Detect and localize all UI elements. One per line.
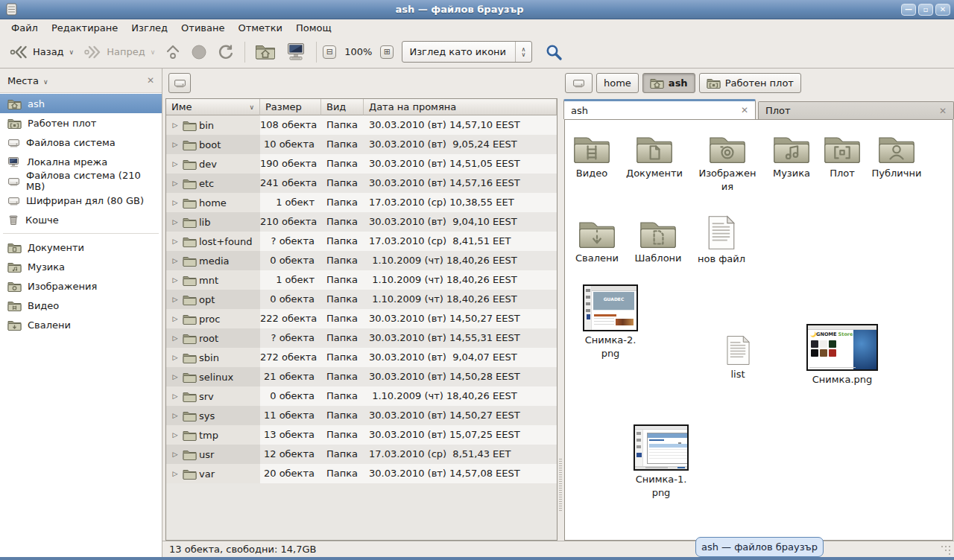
expander-icon[interactable]: ▷ bbox=[170, 451, 180, 458]
icon-item-snimka1[interactable]: Снимка-1.png bbox=[634, 424, 689, 500]
icon-item-templates[interactable]: Шаблони bbox=[627, 218, 689, 265]
table-row-lost+found[interactable]: ▷lost+found? обектаПапка17.03.2010 (ср) … bbox=[166, 232, 557, 251]
sidebar-item-trash[interactable]: Кошче bbox=[0, 210, 162, 229]
back-button[interactable]: Назад ∨ bbox=[6, 41, 78, 63]
icon-item-snimka[interactable]: 🌙​GNOME StoreСнимка.png bbox=[806, 324, 878, 386]
expander-icon[interactable]: ▷ bbox=[170, 373, 180, 381]
table-row-root[interactable]: ▷root? обектаПапка30.03.2010 (вт) 14,55,… bbox=[166, 328, 557, 348]
table-row-selinux[interactable]: ▷selinux21 обектаПапка30.03.2010 (вт) 14… bbox=[166, 367, 557, 386]
zoom-in-button[interactable]: ⊞ bbox=[380, 45, 394, 59]
home-button[interactable] bbox=[251, 39, 279, 64]
view-mode-dropdown[interactable]: Изглед като икони ∧∨ bbox=[402, 41, 532, 63]
table-row-boot[interactable]: ▷boot10 обектаПапка30.03.2010 (вт) 9,05,… bbox=[166, 135, 557, 154]
menu-1[interactable]: Файл bbox=[4, 21, 45, 35]
computer-button[interactable] bbox=[282, 39, 310, 66]
pane-splitter[interactable] bbox=[557, 69, 563, 541]
column-header-4[interactable]: Дата на промяна bbox=[364, 99, 557, 115]
sidebar-close-icon[interactable]: ✕ bbox=[147, 75, 154, 86]
expander-icon[interactable]: ▷ bbox=[170, 141, 180, 148]
table-row-srv[interactable]: ▷srv0 обектаПапка 1.10.2009 (чт) 18,40,2… bbox=[166, 386, 557, 406]
expander-icon[interactable]: ▷ bbox=[170, 218, 180, 226]
expander-icon[interactable]: ▷ bbox=[170, 334, 180, 342]
table-row-home[interactable]: ▷home1 обектПапка17.03.2010 (ср) 10,38,5… bbox=[166, 193, 557, 212]
column-header-3[interactable]: Вид bbox=[321, 99, 364, 115]
table-row-usr[interactable]: ▷usr12 обектаПапка17.03.2010 (ср) 8,51,4… bbox=[166, 445, 557, 464]
icon-item-pictures[interactable]: Изображения bbox=[696, 133, 759, 194]
menu-6[interactable]: Помощ bbox=[289, 21, 338, 35]
sidebar-item-desktop[interactable]: Работен плот bbox=[0, 113, 162, 133]
sidebar-item-ash[interactable]: ash bbox=[0, 94, 162, 113]
menu-2[interactable]: Редактиране bbox=[45, 21, 124, 35]
icon-item-public[interactable]: Публични bbox=[865, 133, 928, 180]
sidebar-item-video[interactable]: Видео bbox=[0, 296, 162, 315]
expander-icon[interactable]: ▷ bbox=[170, 470, 180, 477]
icon-item-snimka2[interactable]: GUADECСнимка-2.png bbox=[583, 284, 638, 360]
column-header-1[interactable]: Име∨ bbox=[166, 99, 260, 115]
tab-close-icon[interactable]: ✕ bbox=[741, 105, 748, 115]
tab-close-icon[interactable]: ✕ bbox=[939, 106, 947, 116]
table-row-proc[interactable]: ▷proc222 обектаПапка30.03.2010 (вт) 14,5… bbox=[166, 309, 557, 328]
forward-button[interactable]: Напред ∨ bbox=[80, 41, 159, 63]
table-row-mnt[interactable]: ▷mnt1 обектПапка 1.10.2009 (чт) 18,40,26… bbox=[166, 270, 557, 290]
table-row-dev[interactable]: ▷dev190 обектаПапка30.03.2010 (вт) 14,51… bbox=[166, 154, 557, 174]
icon-item-newfile[interactable]: нов файл bbox=[690, 215, 753, 266]
table-row-media[interactable]: ▷media0 обектаПапка 1.10.2009 (чт) 18,40… bbox=[166, 251, 557, 270]
expander-icon[interactable]: ▷ bbox=[170, 238, 180, 245]
expander-icon[interactable]: ▷ bbox=[170, 354, 180, 361]
table-row-bin[interactable]: ▷bin108 обектаПапка30.03.2010 (вт) 14,57… bbox=[166, 115, 557, 135]
minimize-button[interactable]: — bbox=[901, 4, 916, 16]
pathbar-button-root[interactable] bbox=[565, 73, 593, 93]
back-dropdown-icon[interactable]: ∨ bbox=[69, 48, 75, 56]
table-row-lib[interactable]: ▷lib210 обектаПапка30.03.2010 (вт) 9,04,… bbox=[166, 212, 557, 232]
expander-icon[interactable]: ▷ bbox=[170, 179, 180, 187]
sidebar-item-music[interactable]: Музика bbox=[0, 257, 162, 276]
expander-icon[interactable]: ▷ bbox=[170, 412, 180, 419]
sidebar-item-encrypted[interactable]: Шифриран дял (80 GB) bbox=[0, 191, 162, 210]
expander-icon[interactable]: ▷ bbox=[170, 296, 180, 303]
pathbar-button-home[interactable]: home bbox=[596, 73, 639, 93]
sidebar-item-downloads[interactable]: Свалени bbox=[0, 315, 162, 334]
menu-5[interactable]: Отметки bbox=[231, 21, 288, 35]
icon-item-music[interactable]: Музика bbox=[760, 133, 823, 180]
sidebar-item-documents[interactable]: Документи bbox=[0, 238, 162, 257]
column-header-2[interactable]: Размер bbox=[260, 99, 321, 115]
close-button[interactable]: ✕ bbox=[935, 4, 950, 16]
expander-icon[interactable]: ▷ bbox=[170, 199, 180, 206]
sidebar-item-filesystem[interactable]: Файлова система bbox=[0, 133, 162, 152]
expander-icon[interactable]: ▷ bbox=[170, 392, 180, 400]
table-row-opt[interactable]: ▷opt0 обектаПапка 1.10.2009 (чт) 18,40,2… bbox=[166, 290, 557, 309]
maximize-button[interactable]: ▫ bbox=[918, 4, 933, 16]
reload-button[interactable] bbox=[213, 39, 238, 65]
tab-Плот[interactable]: Плот✕ bbox=[758, 101, 954, 119]
location-button[interactable] bbox=[168, 73, 191, 93]
zoom-out-button[interactable]: ⊟ bbox=[323, 45, 336, 59]
expander-icon[interactable]: ▷ bbox=[170, 315, 180, 322]
table-row-tmp[interactable]: ▷tmp13 обектаПапка30.03.2010 (вт) 15,07,… bbox=[166, 425, 557, 445]
sidebar-item-network[interactable]: Локална мрежа bbox=[0, 152, 162, 171]
forward-dropdown-icon[interactable]: ∨ bbox=[151, 48, 156, 56]
icon-item-list[interactable]: list bbox=[716, 335, 760, 381]
resize-grip[interactable] bbox=[941, 545, 952, 555]
icon-item-documents[interactable]: Документи bbox=[622, 133, 686, 180]
sidebar-item-pictures[interactable]: Изображения bbox=[0, 276, 162, 296]
stop-button[interactable] bbox=[187, 40, 211, 64]
icon-item-desktop[interactable]: Плот bbox=[816, 133, 868, 180]
table-row-var[interactable]: ▷var20 обектаПапка30.03.2010 (вт) 14,57,… bbox=[166, 464, 557, 483]
expander-icon[interactable]: ▷ bbox=[170, 160, 180, 168]
splitter-grip[interactable] bbox=[559, 459, 562, 511]
expander-icon[interactable]: ▷ bbox=[170, 257, 180, 264]
table-row-sys[interactable]: ▷sys11 обектаПапка30.03.2010 (вт) 14,50,… bbox=[166, 406, 557, 425]
sidebar-item-filesystem-210[interactable]: Файлова система (210 MB) bbox=[0, 171, 162, 191]
pathbar-button-desktop[interactable]: Работен плот bbox=[699, 73, 801, 93]
sidebar-header-dropdown[interactable]: Места ∨ bbox=[7, 75, 48, 86]
search-button[interactable] bbox=[542, 40, 566, 64]
expander-icon[interactable]: ▷ bbox=[170, 276, 180, 284]
pathbar-button-ash[interactable]: ash bbox=[642, 73, 695, 93]
expander-icon[interactable]: ▷ bbox=[170, 121, 180, 129]
up-button[interactable] bbox=[161, 39, 185, 65]
icon-item-downloads[interactable]: Свалени bbox=[566, 218, 628, 265]
window-icon[interactable] bbox=[5, 3, 18, 16]
menu-4[interactable]: Отиване bbox=[174, 21, 231, 35]
icon-item-video[interactable]: Видео bbox=[564, 133, 623, 180]
menu-3[interactable]: Изглед bbox=[124, 21, 174, 35]
